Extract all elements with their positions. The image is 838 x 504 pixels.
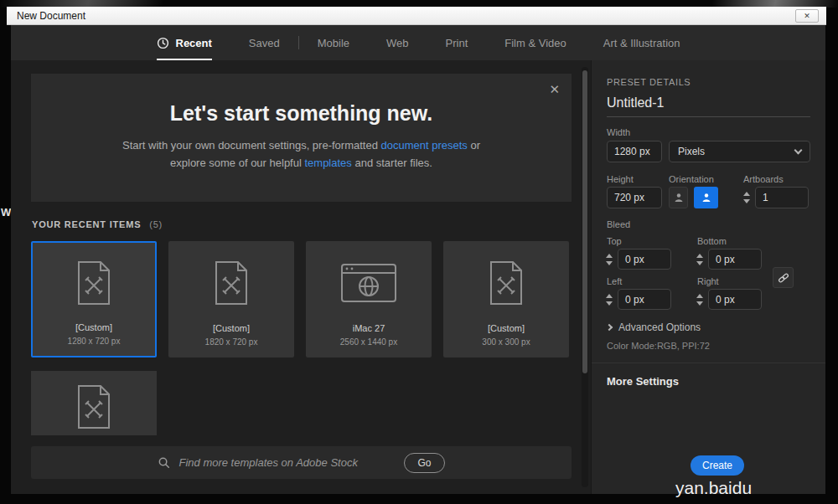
hero-text: and starter files. [352,157,432,169]
close-icon: ✕ [804,12,810,20]
stepper-up-icon[interactable] [743,192,750,196]
tab-film-video[interactable]: Film & Video [486,25,584,60]
recent-items-heading: YOUR RECENT ITEMS (5) [32,219,163,229]
window-titlebar: New Document ✕ [7,7,826,25]
tab-label: Mobile [318,37,349,49]
recent-item-dims: 1280 x 720 px [68,337,121,346]
document-icon [210,242,253,323]
preset-details-panel: PRESET DETAILS Width Pixels Height Orien… [591,60,825,494]
height-input[interactable] [607,187,662,208]
stepper-down-icon[interactable] [743,199,750,203]
stock-search-bar: Go [31,446,572,479]
orientation-landscape-button[interactable] [694,187,718,208]
recent-items-count: (5) [149,219,163,229]
bleed-top-input[interactable] [618,249,671,270]
tab-recent[interactable]: Recent [138,25,230,60]
artboards-label: Artboards [743,174,784,184]
recent-item-name: iMac 27 [353,323,385,333]
main-content: ✕ Let's start something new. Start with … [11,60,591,494]
panel-divider [592,363,825,363]
recent-item-card[interactable]: [Custom] 1280 x 720 px [31,241,157,357]
scrollbar-track[interactable] [582,67,588,487]
stepper-up-icon[interactable] [696,294,703,298]
recent-item-card[interactable]: [Custom] 1820 x 720 px [168,241,294,357]
stepper-down-icon[interactable] [696,301,703,306]
recent-item-name: [Custom] [75,322,112,332]
orientation-portrait-button[interactable] [669,187,688,208]
bleed-left-label: Left [607,276,622,286]
window-title: New Document [7,10,85,22]
screen: W yan.baidu New Document ✕ Recent Saved … [0,0,838,504]
recent-item-card[interactable]: [Custom] 300 x 300 px [443,241,569,357]
watermark-text: yan.baidu [675,478,752,498]
window-close-button[interactable]: ✕ [795,9,819,23]
chevron-down-icon [794,146,803,154]
bleed-right-stepper[interactable] [696,289,703,310]
width-input[interactable] [607,141,662,162]
new-document-dialog: Recent Saved Mobile Web Print Film & Vid… [11,25,825,494]
recent-item-card-partial[interactable] [31,371,157,435]
tab-web[interactable]: Web [368,25,427,60]
orientation-label: Orientation [669,174,714,184]
tab-label: Recent [176,37,212,49]
stepper-down-icon[interactable] [696,261,703,265]
advanced-options-label: Advanced Options [618,321,701,333]
bleed-bottom-stepper[interactable] [696,249,703,270]
stepper-up-icon[interactable] [606,254,613,258]
bleed-bottom-input[interactable] [708,249,762,270]
tab-label: Art & Illustration [603,37,680,49]
chevron-right-icon [606,324,613,331]
hero-subtitle: Start with your own document settings, p… [31,136,572,172]
hero-text: or [468,139,480,152]
link-document-presets[interactable]: document presets [381,139,468,152]
tab-print[interactable]: Print [427,25,487,60]
monitor-icon [339,242,398,323]
units-value: Pixels [678,146,705,157]
tab-saved[interactable]: Saved [230,25,298,60]
link-dimensions-button[interactable] [773,267,794,288]
bleed-left-stepper[interactable] [606,289,613,310]
hero-title: Let's start something new. [31,101,572,126]
recent-items-title: YOUR RECENT ITEMS [32,219,141,229]
tab-label: Saved [249,37,280,49]
tab-bar: Recent Saved Mobile Web Print Film & Vid… [11,25,825,60]
bleed-top-stepper[interactable] [606,249,613,270]
recent-item-card[interactable]: iMac 27 2560 x 1440 px [306,241,432,357]
artboards-stepper[interactable] [743,187,750,208]
portrait-icon [674,193,684,203]
more-settings-button[interactable]: More Settings [607,375,679,388]
document-name-field [607,95,810,117]
color-mode-text: Color Mode:RGB, PPI:72 [607,341,710,351]
recent-item-name: [Custom] [213,323,250,333]
tab-label: Film & Video [504,37,566,49]
tab-label: Web [386,37,409,49]
stepper-down-icon[interactable] [606,301,613,306]
advanced-options-toggle[interactable]: Advanced Options [607,321,701,333]
recent-item-name: [Custom] [488,323,525,333]
tab-art-illustration[interactable]: Art & Illustration [585,25,699,60]
stepper-up-icon[interactable] [696,254,703,258]
document-icon [72,243,116,322]
stock-search-input[interactable] [178,456,392,469]
bleed-left-input[interactable] [618,289,671,310]
create-button[interactable]: Create [691,455,744,476]
units-dropdown[interactable]: Pixels [669,141,810,162]
search-icon [158,456,170,469]
bleed-right-input[interactable] [708,289,762,310]
scrollbar-thumb[interactable] [582,70,587,373]
tab-mobile[interactable]: Mobile [299,25,368,60]
clock-icon [157,37,169,49]
hero-close-button[interactable]: ✕ [549,82,560,97]
artboards-input[interactable] [755,187,809,208]
stepper-down-icon[interactable] [606,261,613,265]
close-icon: ✕ [549,82,560,96]
landscape-icon [701,193,711,203]
hero-banner: ✕ Let's start something new. Start with … [31,74,572,202]
bleed-bottom-label: Bottom [697,236,727,246]
recent-item-dims: 1820 x 720 px [205,337,258,347]
link-templates[interactable]: templates [304,157,351,169]
go-button[interactable]: Go [404,453,444,473]
stepper-up-icon[interactable] [606,294,613,298]
hero-text: Start with your own document settings, p… [122,139,381,152]
document-name-input[interactable] [607,95,810,111]
